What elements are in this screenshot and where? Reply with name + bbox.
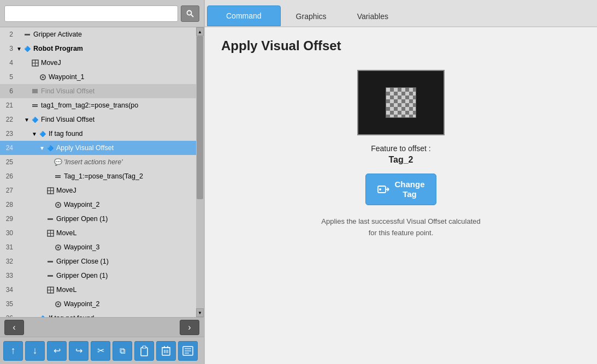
tab-graphics[interactable]: Graphics [281, 7, 342, 26]
row-label: Find Visual Offset [41, 116, 94, 123]
row-icon [54, 202, 62, 208]
nav-next-button[interactable]: › [180, 320, 199, 335]
row-icon [31, 104, 39, 107]
tree-scrollbar: ▲ ▼ [196, 27, 204, 317]
move-up-button[interactable]: ↑ [3, 341, 23, 361]
tree-row[interactable]: 23 ▼ 🔷 If tag found [0, 127, 196, 141]
row-label: MoveJ [56, 187, 76, 194]
row-label: Gripper Open (1) [56, 215, 108, 223]
tree-row[interactable]: 30 MoveL [0, 226, 196, 240]
row-icon [46, 230, 55, 237]
row-label: MoveL [56, 286, 77, 294]
row-label: Tag_1:=pose_trans(Tag_2 [64, 172, 143, 180]
svg-rect-15 [143, 346, 146, 348]
cut-button[interactable]: ✂ [91, 341, 110, 361]
line-number: 25 [0, 158, 15, 166]
search-icon [186, 9, 194, 18]
tree-row[interactable]: 31 Waypoint_3 [0, 240, 196, 254]
undo-button[interactable]: ↩ [47, 341, 67, 361]
row-icon [38, 74, 47, 80]
row-icon [31, 89, 39, 93]
camera-preview [357, 70, 445, 135]
line-number: 21 [0, 102, 15, 109]
tree-row[interactable]: 29 Gripper Open (1) [0, 212, 196, 226]
tree-row[interactable]: 35 Waypoint_2 [0, 297, 196, 311]
line-number: 29 [0, 215, 15, 223]
row-icon [31, 59, 39, 67]
svg-line-1 [191, 15, 193, 17]
row-icon: 🔷 [23, 46, 32, 52]
row-label: Waypoint_1 [49, 73, 85, 81]
tree-nav-bar: ‹ › [0, 317, 204, 337]
tab-command[interactable]: Command [207, 5, 281, 26]
nav-prev-button[interactable]: ‹ [4, 320, 24, 335]
feature-label: Feature to offset : [371, 144, 430, 153]
apply-description: Applies the last successful Visual Offse… [321, 216, 480, 239]
line-number: 6 [0, 87, 15, 95]
row-label: Apply Visual Offset [56, 144, 114, 152]
paste-button[interactable] [134, 341, 154, 361]
tree-row[interactable]: 32 Gripper Close (1) [0, 254, 196, 268]
delete-button[interactable] [156, 341, 176, 361]
tree-row[interactable]: 21 tag1_from_tag2:=pose_trans(po [0, 98, 196, 112]
tree-row[interactable]: 4 MoveJ [0, 56, 196, 70]
page-title: Apply Visual Offset [221, 38, 581, 53]
row-label: Gripper Activate [33, 31, 82, 38]
search-button[interactable] [181, 5, 199, 22]
tree-panel: 2 Gripper Activate 3 ▼ 🔷 [0, 27, 205, 364]
search-input[interactable] [4, 5, 178, 22]
tree-row[interactable]: 25 💬 'Insert actions here' [0, 155, 196, 169]
scroll-up-button[interactable]: ▲ [196, 27, 204, 36]
line-number: 5 [0, 73, 15, 81]
row-label: Gripper Close (1) [56, 258, 109, 265]
row-label: MoveJ [41, 59, 61, 67]
row-icon: 🔷 [38, 131, 47, 137]
redo-button[interactable]: ↪ [69, 341, 88, 361]
tree-row[interactable]: 33 Gripper Open (1) [0, 268, 196, 283]
tree-row[interactable]: 2 Gripper Activate [0, 27, 196, 41]
tree-row[interactable]: 26 Tag_1:=pose_trans(Tag_2 [0, 169, 196, 183]
row-label: 'Insert actions here' [64, 158, 123, 166]
row-icon [54, 175, 62, 178]
tab-variables[interactable]: Variables [342, 7, 404, 26]
row-icon [46, 187, 55, 194]
row-icon: 🔷 [31, 117, 39, 123]
tree-row[interactable]: 3 ▼ 🔷 Robot Program [0, 41, 196, 56]
tree-row[interactable]: 27 MoveJ [0, 183, 196, 198]
expand-arrow: ▼ [31, 131, 38, 137]
tree-row[interactable]: 36 ▼ 🔷 If tag not found [0, 311, 196, 317]
expand-arrow: ▼ [15, 46, 23, 52]
tree-row[interactable]: 6 Find Visual Offset [0, 84, 196, 98]
tag-icon [377, 183, 390, 196]
scroll-down-button[interactable]: ▼ [196, 308, 204, 317]
tree-row[interactable]: 22 ▼ 🔷 Find Visual Offset [0, 112, 196, 127]
line-number: 35 [0, 300, 15, 308]
row-icon [46, 287, 55, 294]
tree-row-selected[interactable]: 24 ▼ 🔷 Apply Visual Offset [0, 141, 196, 155]
content-panel: Apply Visual Offset Feature to offset : … [205, 27, 597, 364]
line-number: 22 [0, 116, 15, 123]
line-number: 23 [0, 130, 15, 138]
line-number: 30 [0, 229, 15, 237]
snippet-button[interactable] [178, 341, 198, 361]
svg-point-0 [187, 10, 192, 15]
line-number: 27 [0, 187, 15, 194]
move-down-button[interactable]: ↓ [25, 341, 45, 361]
line-number: 2 [0, 31, 15, 38]
tree-row[interactable]: 28 Waypoint_2 [0, 198, 196, 212]
row-label: If tag found [49, 130, 83, 138]
change-tag-label: ChangeTag [394, 180, 424, 199]
change-tag-button[interactable]: ChangeTag [365, 174, 436, 205]
line-number: 24 [0, 144, 15, 152]
copy-button[interactable]: ⧉ [113, 341, 132, 361]
row-icon [46, 261, 55, 262]
svg-point-28 [379, 188, 381, 190]
row-icon [54, 301, 62, 307]
tree-row[interactable]: 5 Waypoint_1 [0, 70, 196, 84]
tabs-bar: Command Graphics Variables [205, 0, 597, 27]
feature-value: Tag_2 [371, 155, 430, 165]
line-number: 34 [0, 286, 15, 294]
row-icon: 🔷 [46, 145, 55, 151]
row-label: Robot Program [33, 45, 83, 52]
tree-row[interactable]: 34 MoveL [0, 283, 196, 297]
